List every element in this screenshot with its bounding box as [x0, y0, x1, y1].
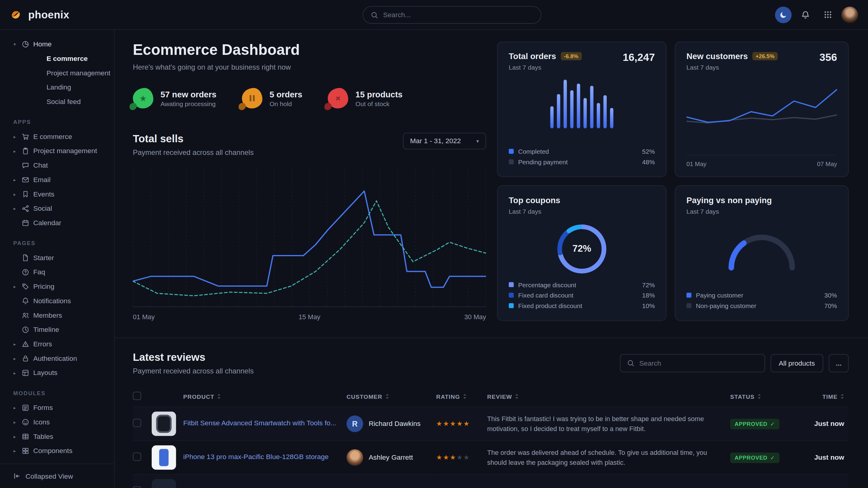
stat-out-of-stock: × 15 products Out of stock — [328, 88, 403, 108]
more-options-button[interactable]: ... — [829, 354, 849, 372]
sidebar-item-social-feed[interactable]: Social feed — [0, 95, 114, 109]
share-icon — [21, 204, 30, 213]
sidebar: ▾HomeE commerceProject managementLanding… — [0, 30, 115, 488]
chart-x-labels: 01 May 07 May — [686, 155, 837, 167]
brand[interactable]: phoenix — [10, 8, 69, 22]
lock-icon — [21, 355, 30, 363]
caret-icon: ▸ — [12, 206, 17, 211]
paying-gauge-chart — [720, 226, 803, 274]
caret-icon: ▸ — [12, 192, 17, 197]
sidebar-item-landing[interactable]: Landing — [0, 80, 114, 95]
sidebar-item-calendar[interactable]: Calendar — [0, 216, 114, 230]
collapse-sidebar-button[interactable]: Collapsed View — [0, 464, 114, 488]
sidebar-item-tables[interactable]: ▸Tables — [0, 429, 114, 444]
stat-caption: On hold — [270, 100, 303, 107]
sidebar-item-pricing[interactable]: ▸Pricing — [0, 280, 114, 294]
legend-value: 52% — [642, 148, 655, 155]
sidebar-item-forms[interactable]: ▸Forms — [0, 400, 114, 415]
sidebar-item-events[interactable]: ▸Events — [0, 187, 114, 201]
sidebar-item-members[interactable]: Members — [0, 308, 114, 323]
search-input[interactable] — [383, 11, 533, 19]
sidebar-item-home[interactable]: ▾Home — [0, 37, 114, 52]
column-header-status[interactable]: STATUS — [730, 393, 761, 400]
caret-icon: ▸ — [12, 420, 17, 425]
sidebar-item-project-management[interactable]: Project management — [0, 66, 114, 80]
notifications-bell-icon[interactable] — [797, 6, 814, 23]
sidebar-item-authentication[interactable]: ▸Authentication — [0, 352, 114, 366]
card-title: Total orders — [509, 52, 556, 61]
user-avatar[interactable] — [841, 6, 858, 23]
topbar-search[interactable] — [363, 6, 541, 24]
page-title: Ecommerce Dashboard — [133, 42, 486, 59]
x-icon: × — [328, 88, 348, 108]
caret-icon: ▸ — [12, 434, 17, 439]
legend-swatch — [509, 282, 514, 287]
search-icon — [627, 360, 634, 367]
bar — [570, 90, 574, 128]
card-period: Last 7 days — [509, 208, 655, 215]
sidebar-item-label: Calendar — [33, 219, 61, 227]
row-checkbox[interactable] — [133, 486, 142, 488]
sidebar-item-chat[interactable]: Chat — [0, 158, 114, 173]
phoenix-logo-icon — [10, 8, 23, 22]
table-row: iPhone 13 pro max-Pacific Blue-128GB sto… — [133, 441, 849, 475]
product-link[interactable]: iPhone 13 pro max-Pacific Blue-128GB sto… — [183, 453, 329, 462]
sidebar-item-faq[interactable]: Faq — [0, 265, 114, 280]
reviews-search[interactable] — [620, 354, 765, 372]
pie-icon — [21, 40, 30, 48]
card-value: 16,247 — [623, 52, 655, 64]
legend-item: Fixed product discount10% — [509, 300, 655, 311]
bell-icon — [21, 297, 30, 305]
column-header-time[interactable]: TIME — [823, 393, 844, 400]
product-link[interactable]: Fitbit Sense Advanced Smartwatch with To… — [183, 419, 336, 429]
product-image — [152, 446, 176, 470]
select-all-checkbox[interactable] — [133, 392, 142, 400]
all-products-button[interactable]: All products — [770, 354, 823, 372]
sidebar-item-starter[interactable]: Starter — [0, 251, 114, 265]
product-image — [152, 479, 176, 488]
sidebar-item-e-commerce[interactable]: E commerce — [0, 52, 114, 66]
sidebar-item-label: Home — [33, 40, 52, 48]
column-header-review[interactable]: REVIEW — [487, 393, 519, 400]
column-header-customer[interactable]: CUSTOMER — [346, 393, 389, 400]
caret-icon: ▸ — [12, 134, 17, 139]
layout-icon — [21, 369, 30, 377]
legend-swatch — [509, 303, 514, 308]
sidebar-item-layouts[interactable]: ▸Layouts — [0, 366, 114, 380]
sidebar-item-notifications[interactable]: Notifications — [0, 294, 114, 308]
sidebar-item-errors[interactable]: ▸Errors — [0, 337, 114, 352]
bar — [577, 84, 580, 128]
sidebar-item-label: Pricing — [33, 283, 54, 291]
sidebar-item-e-commerce[interactable]: ▸E commerce — [0, 130, 114, 144]
theme-toggle-button[interactable] — [775, 6, 792, 23]
sidebar-item-timeline[interactable]: Timeline — [0, 323, 114, 337]
date-range-select[interactable]: Mar 1 - 31, 2022 ▾ — [403, 133, 486, 150]
bar — [564, 79, 567, 128]
sidebar-item-email[interactable]: ▸Email — [0, 173, 114, 187]
paying-card: Paying vs non paying Last 7 days Paying … — [675, 185, 848, 321]
stat-caption: Out of stock — [355, 100, 403, 107]
search-icon — [371, 11, 378, 19]
orders-legend: Completed52%Pending payment48% — [509, 146, 655, 167]
customer-name: Ashley Garrett — [369, 454, 413, 461]
legend-value: 18% — [642, 292, 655, 298]
sidebar-item-icons[interactable]: ▸Icons — [0, 415, 114, 429]
column-header-product[interactable]: PRODUCT — [183, 393, 221, 400]
column-header-rating[interactable]: RATING — [436, 393, 467, 400]
apps-grid-icon[interactable] — [819, 6, 836, 23]
sidebar-item-components[interactable]: ▸Components — [0, 444, 114, 458]
sort-icon — [515, 393, 519, 399]
app: phoenix ▾HomeE commerceProject managemen… — [0, 0, 868, 488]
moon-icon — [779, 11, 787, 19]
cart-icon — [21, 133, 30, 141]
sidebar-item-project-management[interactable]: ▸Project management — [0, 144, 114, 158]
sort-icon — [217, 393, 221, 399]
users-icon — [21, 311, 30, 320]
mail-icon — [21, 176, 30, 184]
card-period: Last 7 days — [686, 208, 837, 215]
sidebar-item-social[interactable]: ▸Social — [0, 201, 114, 216]
row-checkbox[interactable] — [133, 452, 142, 461]
clipboard-icon — [21, 147, 30, 155]
reviews-search-input[interactable] — [639, 359, 757, 367]
row-checkbox[interactable] — [133, 419, 142, 427]
